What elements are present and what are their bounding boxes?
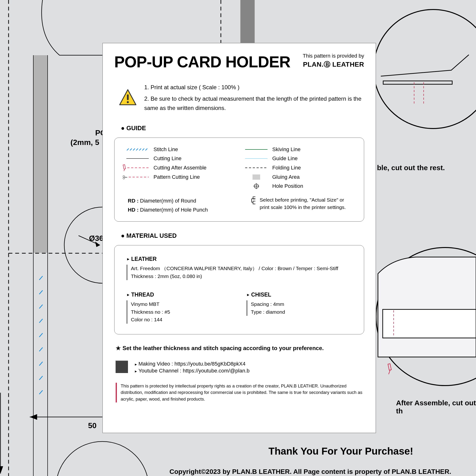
svg-rect-59 xyxy=(253,201,255,204)
mat-leather-h: LEATHER xyxy=(126,256,352,262)
svg-line-40 xyxy=(142,149,144,151)
svg-line-35 xyxy=(127,149,129,151)
legend-gluing: Gluing Area xyxy=(272,174,352,180)
material-box: LEATHER Art. Freedom （CONCERIA WALPIER T… xyxy=(114,245,364,334)
print-note: Select before printing, "Actual Size" or… xyxy=(260,196,351,211)
svg-rect-2 xyxy=(33,55,48,253)
legend-skiving: Skiving Line xyxy=(272,146,352,153)
legend-cutting: Cutting Line xyxy=(153,155,233,162)
abbrev-block: RD : Diameter(mm) of Round HD : Diameter… xyxy=(128,196,208,214)
bg-thanks: Thank You For Your Purchase! xyxy=(269,445,413,457)
svg-line-41 xyxy=(145,149,147,151)
svg-point-34 xyxy=(127,101,129,103)
mat-chisel: Spacing : 4mm Type : diamond xyxy=(246,300,352,316)
svg-rect-33 xyxy=(127,94,129,100)
section-guide: GUIDE xyxy=(121,124,364,132)
legend-guideline: Guide Line xyxy=(272,155,352,162)
guide-box: Stitch Line Skiving Line Cutting Line Gu… xyxy=(114,137,364,221)
mat-thread-h: THREAD xyxy=(126,291,232,298)
svg-rect-5 xyxy=(240,0,255,43)
link-video: Making Video : https://youtu.be/85gKbD8p… xyxy=(134,361,249,367)
bg-fifty: 50 xyxy=(88,421,97,430)
svg-line-18 xyxy=(39,319,43,323)
svg-line-37 xyxy=(133,149,135,151)
link-channel: Youtube Channel : https://youtube.com/@p… xyxy=(134,368,249,374)
legend-folding: Folding Line xyxy=(272,165,352,171)
legend-hole: Hole Position xyxy=(272,183,352,189)
instruction-2: 2. Be sure to check by actual measuremen… xyxy=(144,94,364,113)
svg-line-19 xyxy=(39,333,43,337)
svg-rect-29 xyxy=(383,309,476,338)
svg-line-16 xyxy=(39,290,43,294)
svg-line-20 xyxy=(39,347,43,351)
svg-line-32 xyxy=(388,370,391,374)
svg-line-52 xyxy=(124,177,127,178)
svg-line-17 xyxy=(39,305,43,308)
bg-dim: (2mm, 5 xyxy=(70,138,99,147)
mat-leather: Art. Freedom （CONCERIA WALPIER TANNERY, … xyxy=(126,265,352,280)
svg-rect-45 xyxy=(123,165,126,169)
provided-by: This pattern is provided by PLAN.Ⓑ LEATH… xyxy=(303,53,364,69)
svg-line-23 xyxy=(39,390,43,394)
legend-patcut: Pattern Cutting Line xyxy=(153,174,233,180)
section-material: MATERIAL USED xyxy=(121,232,364,239)
svg-line-22 xyxy=(39,376,43,380)
mat-chisel-h: CHISEL xyxy=(246,291,352,298)
svg-rect-31 xyxy=(388,364,391,370)
provided-label: This pattern is provided by xyxy=(303,53,364,59)
legend-stitch: Stitch Line xyxy=(153,146,233,153)
bg-diam: Ø36 xyxy=(89,234,103,243)
bg-rest: ble, cut out the rest. xyxy=(377,164,445,172)
qr-code-icon xyxy=(116,360,128,373)
instruction-card: POP-UP CARD HOLDER This pattern is provi… xyxy=(102,43,376,433)
svg-point-24 xyxy=(374,10,476,129)
mat-thread: Vinymo MBT Thickness no : #5 Color no : … xyxy=(126,300,232,324)
svg-marker-14 xyxy=(0,466,3,474)
legend-cutafter: Cutting After Assemble xyxy=(153,165,233,171)
bg-copy: Copyright©2023 by PLAN.B LEATHER. All Pa… xyxy=(170,468,451,476)
legal-notice: This pattern is protected by intellectua… xyxy=(114,383,364,403)
instruction-1: 1. Print at actual size ( Scale : 100% ) xyxy=(144,83,364,92)
warning-icon xyxy=(119,88,137,107)
brand-label: PLAN.Ⓑ LEATHER xyxy=(303,60,364,69)
preference-note: ★ Set the leather thickness and stitch s… xyxy=(116,345,364,352)
svg-rect-25 xyxy=(383,81,452,84)
svg-point-10 xyxy=(56,442,149,476)
svg-line-38 xyxy=(136,149,138,151)
svg-line-21 xyxy=(39,362,43,366)
bg-after: After Assemble, cut out th xyxy=(396,399,476,415)
printer-icon xyxy=(251,196,255,204)
page-title: POP-UP CARD HOLDER xyxy=(114,53,290,71)
svg-line-39 xyxy=(139,149,141,151)
legal-text: This pattern is protected by intellectua… xyxy=(121,383,364,403)
svg-line-36 xyxy=(130,149,132,151)
svg-line-15 xyxy=(39,276,43,280)
